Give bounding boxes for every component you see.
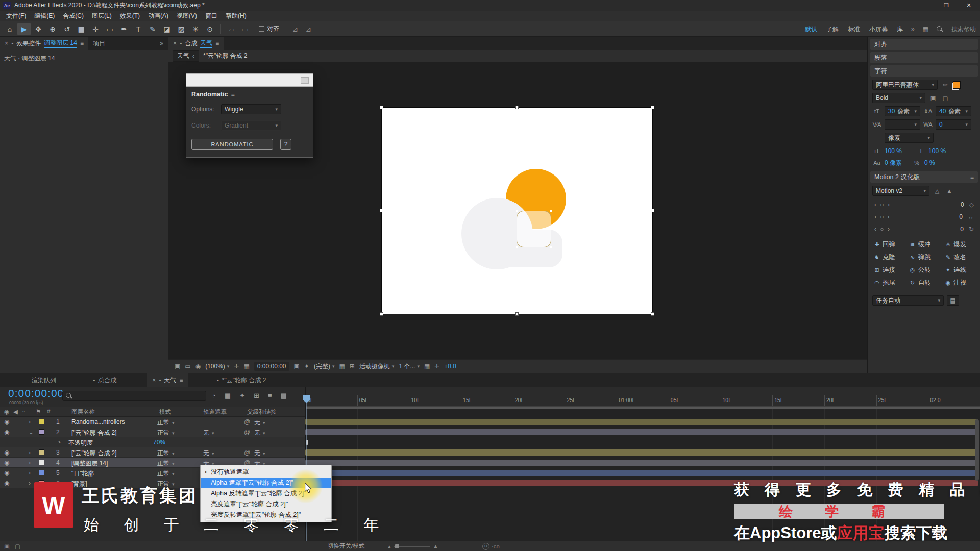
camera-tool-icon[interactable]: ▦ <box>75 23 88 35</box>
draft-3d-icon[interactable]: ▦ <box>225 392 231 399</box>
frame-blending-icon[interactable]: ⊞ <box>254 392 259 399</box>
motion-tool-button[interactable]: ↻ 自转 <box>907 277 942 288</box>
zoom-tool-icon[interactable]: ⊕ <box>46 23 59 35</box>
layer-visibility-toggle[interactable]: ◉ <box>4 449 9 456</box>
anchor-option-icon[interactable]: ↻ <box>969 226 974 233</box>
composition-canvas[interactable] <box>382 108 652 314</box>
anchor-selector-icon[interactable]: ‹ ○ › <box>874 226 891 233</box>
horizontal-scale-value[interactable]: 100 % <box>928 147 946 155</box>
layer-twirl[interactable]: › <box>29 480 31 487</box>
motion-panel-menu-icon[interactable]: ≡ <box>970 173 974 181</box>
options-select[interactable]: Wiggle <box>221 104 281 114</box>
type-tool-icon[interactable]: T <box>132 23 145 35</box>
eyedropper-icon[interactable]: ✏ <box>941 82 950 88</box>
anchor-selector-icon[interactable]: › ○ ‹ <box>874 213 891 220</box>
timeline-tab[interactable]: × ▪ 天气 ≡ <box>147 373 188 387</box>
shape-handle[interactable] <box>516 246 518 248</box>
footer-toggle-icon[interactable]: ▣ <box>4 543 10 550</box>
pixel-aspect-icon[interactable]: ▦ <box>424 363 430 370</box>
timeline-search-input[interactable] <box>62 391 206 401</box>
workspace-tab[interactable]: 小屏幕 <box>869 25 888 34</box>
close-button[interactable]: ✕ <box>958 0 980 11</box>
snap-toggle[interactable]: 对齐 <box>259 24 279 33</box>
layer-name[interactable]: [调整图层 14] <box>71 459 153 468</box>
layer-color-swatch[interactable] <box>39 419 44 424</box>
timeline-zoom-slider[interactable]: ▴ ▲ <box>388 543 438 550</box>
track-matte-select[interactable]: 无 <box>203 429 214 437</box>
search-help-label[interactable]: 搜索帮助 <box>951 25 976 34</box>
menu-item[interactable]: 编辑(E) <box>30 12 59 20</box>
fast-previews-icon[interactable]: ✛ <box>434 363 439 370</box>
transparency-grid-icon[interactable]: ⊞ <box>350 363 355 370</box>
motion-tool-button[interactable]: ✦ 连线 <box>942 264 977 276</box>
anchor-value[interactable]: 0 <box>960 226 964 233</box>
panel-menu-icon[interactable]: ≡ <box>80 40 84 47</box>
selection-handle[interactable] <box>651 209 654 212</box>
blend-mode-select[interactable]: 正常 <box>157 469 175 478</box>
pen-tool-icon[interactable]: ✒ <box>117 23 131 35</box>
stroke-swatch-icon[interactable]: ▣ <box>928 95 938 102</box>
layer-color-swatch[interactable] <box>39 460 44 465</box>
anchor-control-row[interactable]: ‹ ○ › 0 ◇ <box>874 201 974 208</box>
leading-select[interactable]: 40像素 <box>936 106 971 116</box>
motion-tool-button[interactable]: ♞ 克隆 <box>871 252 906 263</box>
layer-twirl[interactable]: › <box>29 418 31 425</box>
timeline-scrollbar[interactable] <box>975 419 979 481</box>
motion-tool-button[interactable]: ✚ 回弹 <box>871 239 906 250</box>
mini-flowchart-icon[interactable]: ◔ <box>212 392 216 399</box>
font-size-select[interactable]: 30像素 <box>885 106 920 116</box>
layer-row[interactable]: ◉ › 1 Randoma...ntrollers 正常 @ 无 <box>0 417 980 427</box>
task-options-button[interactable]: ▤ <box>947 295 959 306</box>
randomatic-menu-icon[interactable]: ≡ <box>231 91 235 98</box>
font-family-select[interactable]: 阿里巴巴普惠体 <box>872 80 938 90</box>
layer-duration-bar[interactable] <box>305 470 978 476</box>
camera-select[interactable]: 活动摄像机 <box>359 362 395 371</box>
layer-name[interactable]: "日"轮廓 <box>71 469 153 478</box>
close-tab-icon[interactable]: × <box>173 40 177 47</box>
timeline-tab[interactable]: 渲染队列 <box>20 373 64 387</box>
randomatic-titlebar[interactable] <box>186 73 313 87</box>
clone-stamp-tool-icon[interactable]: ◪ <box>160 23 174 35</box>
motion-tool-button[interactable]: ≋ 缓冲 <box>907 239 942 250</box>
selection-tool-icon[interactable]: ▶ <box>17 23 31 35</box>
anchor-option-icon[interactable]: ◇ <box>969 201 974 208</box>
resolution-icon[interactable]: ▦ <box>339 363 345 370</box>
lock-column-icon[interactable]: ▫ <box>22 408 24 414</box>
layer-row[interactable]: ◉ › 4 [调整图层 14] 正常 无 @ 无 <box>0 458 980 468</box>
layer-name[interactable]: ["云"轮廓 合成 2] <box>71 429 153 437</box>
workspace-tab[interactable]: 默认 <box>805 25 817 34</box>
parent-pickwhip-icon[interactable]: @ <box>244 429 250 436</box>
close-tab-icon[interactable]: × <box>152 377 156 384</box>
snap-option2-icon[interactable]: ⊿ <box>302 23 315 35</box>
footer-toggle2-icon[interactable]: ▢ <box>15 543 20 550</box>
selection-handle[interactable] <box>380 209 383 212</box>
shape-handle[interactable] <box>516 210 518 212</box>
hide-shy-layers-icon[interactable]: ✦ <box>239 392 245 399</box>
track-matte-select[interactable]: 无 <box>203 449 214 458</box>
layer-color-swatch[interactable] <box>39 449 44 455</box>
close-tab-icon[interactable]: × <box>5 40 8 47</box>
layer-row[interactable]: ◉ ⌄ 2 ["云"轮廓 合成 2] 正常 无 @ 无 <box>0 427 980 437</box>
blend-mode-select[interactable]: 正常 <box>157 418 175 427</box>
parent-pickwhip-icon[interactable]: @ <box>244 418 250 425</box>
randomatic-help-button[interactable]: ? <box>280 139 291 150</box>
graph-editor-icon[interactable]: ▤ <box>281 392 287 399</box>
layer-duration-bar[interactable] <box>305 429 978 435</box>
layer-visibility-toggle[interactable]: ◉ <box>4 480 9 487</box>
layer-row[interactable]: ◉ › 5 "日"轮廓 正常 无 @ 无 <box>0 468 980 478</box>
time-ruler[interactable]: 0f05f10f15f20f25f01:00f05f10f15f20f25f02… <box>305 395 980 406</box>
workspace-tab[interactable]: 库 <box>897 25 903 34</box>
motion-version-select[interactable]: Motion v2 <box>872 186 929 196</box>
menu-item[interactable]: 帮助(H) <box>222 12 251 20</box>
layer-visibility-toggle[interactable]: ◉ <box>4 418 9 425</box>
guides-icon[interactable]: ✛ <box>234 363 239 370</box>
workspace-tab[interactable]: 标准 <box>848 25 860 34</box>
layer-name[interactable]: ["云"轮廓 合成 2] <box>71 449 153 458</box>
menu-item[interactable]: 效果(T) <box>116 12 144 20</box>
maximize-button[interactable]: ❐ <box>935 0 958 11</box>
resolution-select[interactable]: (完整) <box>314 362 335 371</box>
workspace-menu-icon[interactable]: » <box>911 26 915 33</box>
region-of-interest-icon[interactable]: ▭ <box>185 363 190 370</box>
panel-menu-icon[interactable]: ≡ <box>215 40 219 47</box>
layer-twirl[interactable]: › <box>29 469 31 477</box>
